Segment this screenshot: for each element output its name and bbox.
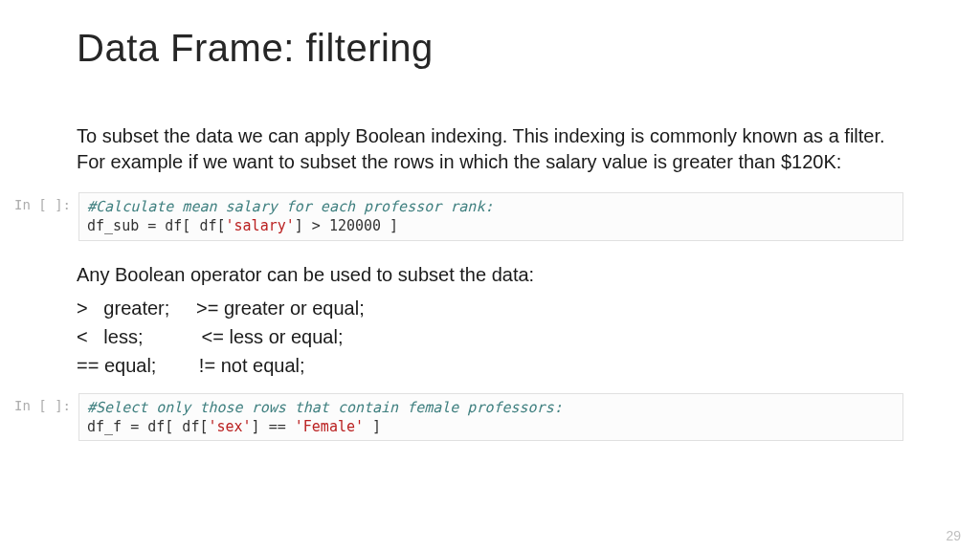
code-text: df_sub = df[ df[: [87, 217, 226, 234]
code-block-1: #Calculate mean salary for each professo…: [78, 192, 903, 241]
page-number: 29: [946, 528, 961, 543]
operator-row: < less; <= less or equal;: [77, 322, 903, 351]
intro-paragraph: To subset the data we can apply Boolean …: [77, 123, 903, 175]
code-block-2: #Select only those rows that contain fem…: [78, 393, 903, 442]
code-text: ] ==: [252, 418, 295, 435]
operator-row: == equal; != not equal;: [77, 351, 903, 380]
input-prompt: In [ ]:: [14, 192, 78, 212]
code-comment: #Calculate mean salary for each professo…: [87, 198, 493, 215]
code-string: 'Female': [295, 418, 364, 435]
slide: Data Frame: filtering To subset the data…: [0, 0, 980, 551]
code-string: 'sex': [208, 418, 251, 435]
input-prompt: In [ ]:: [14, 393, 78, 413]
operator-row: > greater; >= greater or equal;: [77, 294, 903, 322]
code-comment: #Select only those rows that contain fem…: [87, 399, 563, 416]
code-string: 'salary': [226, 217, 295, 234]
code-text: df_f = df[ df[: [87, 418, 208, 435]
code-cell-2: In [ ]: #Select only those rows that con…: [14, 393, 903, 442]
operators-intro: Any Boolean operator can be used to subs…: [77, 262, 903, 288]
code-cell-1: In [ ]: #Calculate mean salary for each …: [14, 192, 903, 241]
code-text: ] > 120000 ]: [295, 217, 398, 234]
operator-list: > greater; >= greater or equal; < less; …: [77, 294, 903, 380]
slide-title: Data Frame: filtering: [77, 27, 903, 70]
code-text: ]: [364, 418, 381, 435]
